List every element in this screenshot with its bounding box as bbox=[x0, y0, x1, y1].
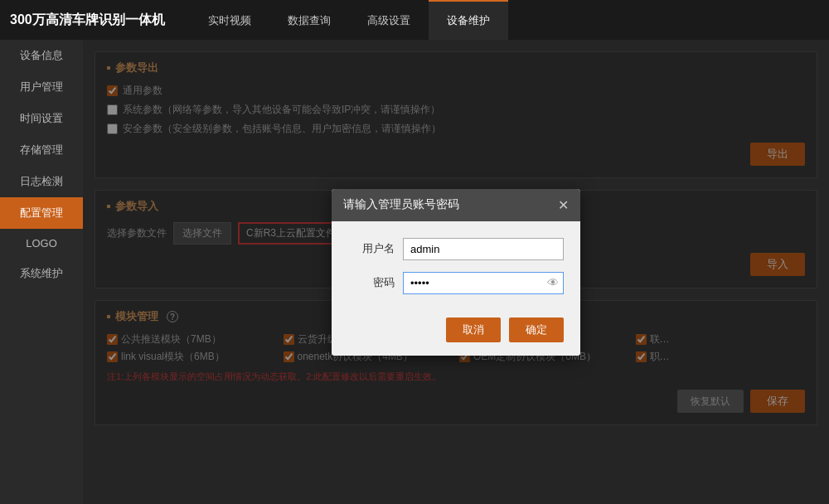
cancel-button[interactable]: 取消 bbox=[446, 317, 501, 342]
username-label: 用户名 bbox=[348, 241, 395, 256]
nav-tabs: 实时视频 数据查询 高级设置 设备维护 bbox=[190, 0, 508, 40]
sidebar-item-log-detection[interactable]: 日志检测 bbox=[0, 166, 83, 197]
sidebar-item-device-info[interactable]: 设备信息 bbox=[0, 40, 83, 71]
sidebar: 设备信息 用户管理 时间设置 存储管理 日志检测 配置管理 LOGO 系统维护 bbox=[0, 40, 83, 504]
password-input[interactable] bbox=[403, 272, 564, 294]
password-label: 密码 bbox=[348, 275, 395, 290]
close-icon[interactable]: ✕ bbox=[558, 197, 569, 213]
main-layout: 设备信息 用户管理 时间设置 存储管理 日志检测 配置管理 LOGO 系统维护 … bbox=[0, 40, 829, 504]
tab-live-video[interactable]: 实时视频 bbox=[190, 0, 269, 40]
eye-icon[interactable]: 👁 bbox=[547, 276, 559, 289]
sidebar-item-storage-management[interactable]: 存储管理 bbox=[0, 134, 83, 166]
header: 300万高清车牌识别一体机 实时视频 数据查询 高级设置 设备维护 bbox=[0, 0, 829, 40]
username-row: 用户名 bbox=[348, 238, 564, 260]
sidebar-item-user-management[interactable]: 用户管理 bbox=[0, 71, 83, 103]
tab-data-query[interactable]: 数据查询 bbox=[269, 0, 349, 40]
sidebar-item-system-maintenance[interactable]: 系统维护 bbox=[0, 258, 83, 289]
app-title: 300万高清车牌识别一体机 bbox=[10, 12, 165, 29]
sidebar-item-logo[interactable]: LOGO bbox=[0, 229, 83, 258]
confirm-button[interactable]: 确定 bbox=[509, 317, 564, 342]
password-input-wrapper: 👁 bbox=[403, 272, 564, 294]
dialog-header: 请输入管理员账号密码 ✕ bbox=[332, 189, 580, 221]
dialog-body: 用户名 密码 👁 bbox=[332, 221, 580, 317]
dialog-overlay: 请输入管理员账号密码 ✕ 用户名 密码 👁 bbox=[83, 40, 829, 504]
password-row: 密码 👁 bbox=[348, 272, 564, 294]
tab-advanced-settings[interactable]: 高级设置 bbox=[349, 0, 429, 40]
sidebar-item-config-management[interactable]: 配置管理 bbox=[0, 197, 83, 229]
sidebar-item-time-settings[interactable]: 时间设置 bbox=[0, 103, 83, 134]
dialog-footer: 取消 确定 bbox=[332, 317, 580, 356]
dialog-title: 请输入管理员账号密码 bbox=[343, 197, 459, 212]
tab-device-maintenance[interactable]: 设备维护 bbox=[429, 0, 508, 40]
main-content: 参数导出 通用参数 系统参数（网络等参数，导入其他设备可能会导致IP冲突，请谨慎… bbox=[83, 40, 829, 504]
auth-dialog: 请输入管理员账号密码 ✕ 用户名 密码 👁 bbox=[332, 189, 580, 356]
username-input[interactable] bbox=[403, 238, 564, 260]
